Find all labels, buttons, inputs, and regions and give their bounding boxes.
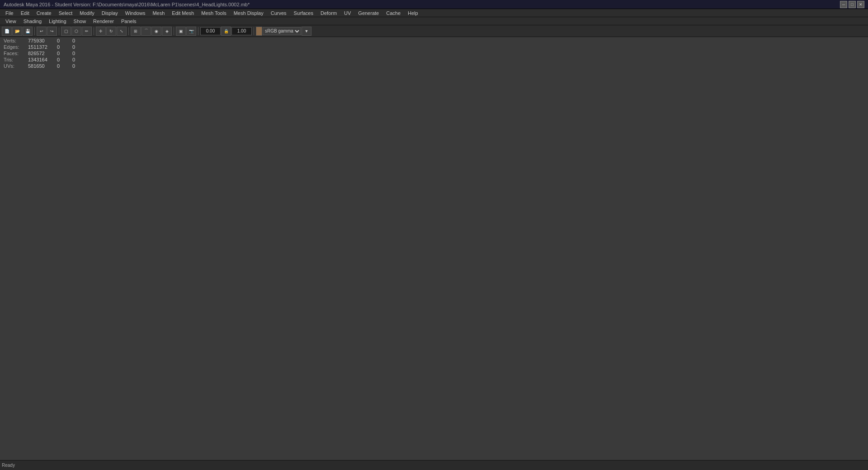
- menu-mesh[interactable]: Mesh: [149, 9, 168, 17]
- menu-curves[interactable]: Curves: [267, 9, 290, 17]
- tool-open[interactable]: 📂: [12, 27, 22, 36]
- tris-extra2: 0: [72, 57, 86, 62]
- tris-extra1: 0: [57, 57, 71, 62]
- tool-render-region[interactable]: ▣: [176, 27, 186, 36]
- sep-4: [128, 27, 129, 35]
- verts-label: Verts:: [4, 38, 26, 43]
- tool-scale[interactable]: ⤡: [117, 27, 127, 36]
- menu-create[interactable]: Create: [33, 9, 55, 17]
- tool-color-arrow[interactable]: ▼: [302, 27, 311, 36]
- maximize-button[interactable]: □: [849, 1, 856, 8]
- status-text: Ready: [2, 463, 15, 468]
- minimize-button[interactable]: ─: [840, 1, 847, 8]
- faces-extra1: 0: [57, 51, 71, 56]
- tool-snap-point[interactable]: ◉: [151, 27, 161, 36]
- edges-label: Edges:: [4, 44, 26, 50]
- faces-extra2: 0: [72, 51, 86, 56]
- context-bar: View Shading Lighting Show Renderer Pane…: [0, 17, 868, 25]
- close-button[interactable]: ✕: [857, 1, 864, 8]
- menu-edit-mesh[interactable]: Edit Mesh: [168, 9, 198, 17]
- tool-save[interactable]: 💾: [23, 27, 33, 36]
- tool-new[interactable]: 📄: [2, 27, 12, 36]
- verts-extra2: 0: [72, 38, 86, 43]
- menu-edit[interactable]: Edit: [17, 9, 33, 17]
- tris-value: 1343164: [28, 57, 55, 62]
- tool-rotate[interactable]: ↻: [106, 27, 116, 36]
- sep-3: [94, 27, 94, 35]
- tool-lock[interactable]: 🔒: [221, 27, 231, 36]
- tool-move[interactable]: ✛: [96, 27, 106, 36]
- tool-snap-curve[interactable]: ⌒: [141, 27, 151, 36]
- uvs-value: 581650: [28, 63, 55, 69]
- stat-row-verts: Verts: 775930 0 0: [4, 38, 86, 43]
- menu-file[interactable]: File: [2, 9, 17, 17]
- menu-cache[interactable]: Cache: [382, 9, 404, 17]
- input-value1[interactable]: [200, 27, 221, 35]
- menu-windows[interactable]: Windows: [122, 9, 149, 17]
- menu-mesh-tools[interactable]: Mesh Tools: [198, 9, 230, 17]
- tool-snap-grid[interactable]: ⊞: [131, 27, 141, 36]
- stat-row-uvs: UVs: 581650 0 0: [4, 63, 86, 69]
- tool-render-snap[interactable]: 📷: [186, 27, 196, 36]
- faces-value: 826572: [28, 51, 55, 56]
- tool-color-indicator: [256, 27, 262, 36]
- menu-uv[interactable]: UV: [340, 9, 354, 17]
- faces-label: Faces:: [4, 51, 26, 56]
- verts-value: 775930: [28, 38, 55, 43]
- sep-1: [34, 27, 35, 35]
- tool-paint[interactable]: ✏: [82, 27, 92, 36]
- menu-modify[interactable]: Modify: [76, 9, 98, 17]
- uvs-extra1: 0: [57, 63, 71, 69]
- stat-row-tris: Tris: 1343164 0 0: [4, 57, 86, 62]
- ctx-view[interactable]: View: [2, 19, 20, 24]
- title-bar: Autodesk Maya 2016 - Student Version: F:…: [0, 0, 868, 9]
- tool-redo[interactable]: ↪: [47, 27, 57, 36]
- ctx-lighting[interactable]: Lighting: [45, 19, 70, 24]
- menu-select[interactable]: Select: [55, 9, 76, 17]
- stat-row-edges: Edges: 1511372 0 0: [4, 44, 86, 50]
- ctx-renderer[interactable]: Renderer: [90, 19, 118, 24]
- menu-bar: File Edit Create Select Modify Display W…: [0, 9, 868, 17]
- edges-extra1: 0: [57, 44, 71, 50]
- menu-deform[interactable]: Deform: [317, 9, 340, 17]
- menu-surfaces[interactable]: Surfaces: [290, 9, 317, 17]
- input-value2[interactable]: [231, 27, 252, 35]
- ctx-shading[interactable]: Shading: [20, 19, 45, 24]
- uvs-label: UVs:: [4, 63, 26, 69]
- stat-row-faces: Faces: 826572 0 0: [4, 51, 86, 56]
- tool-lasso[interactable]: ⬡: [71, 27, 81, 36]
- main-toolbar: 📄 📂 💾 ↩ ↪ ▢ ⬡ ✏ ✛ ↻ ⤡ ⊞ ⌒ ◉ ◈ ▣ 📷 🔒 sRGB…: [0, 25, 868, 37]
- ctx-panels[interactable]: Panels: [118, 19, 140, 24]
- tool-snap-surface[interactable]: ◈: [162, 27, 172, 36]
- edges-value: 1511372: [28, 44, 55, 50]
- stats-panel: Verts: 775930 0 0 Edges: 1511372 0 0 Fac…: [4, 38, 86, 70]
- sep-6: [198, 27, 198, 35]
- menu-mesh-display[interactable]: Mesh Display: [230, 9, 267, 17]
- tris-label: Tris:: [4, 57, 26, 62]
- color-mode-select[interactable]: sRGB gamma: [263, 27, 301, 35]
- sep-5: [174, 27, 174, 35]
- bottom-status-bar: Ready: [0, 460, 868, 470]
- tool-undo[interactable]: ↩: [37, 27, 47, 36]
- menu-display[interactable]: Display: [98, 9, 122, 17]
- tool-select[interactable]: ▢: [61, 27, 71, 36]
- ctx-show[interactable]: Show: [70, 19, 90, 24]
- window-title: Autodesk Maya 2016 - Student Version: F:…: [4, 2, 839, 7]
- menu-help[interactable]: Help: [404, 9, 422, 17]
- uvs-extra2: 0: [72, 63, 86, 69]
- menu-generate[interactable]: Generate: [354, 9, 382, 17]
- verts-extra1: 0: [57, 38, 71, 43]
- edges-extra2: 0: [72, 44, 86, 50]
- sep-2: [59, 27, 59, 35]
- sep-7: [254, 27, 254, 35]
